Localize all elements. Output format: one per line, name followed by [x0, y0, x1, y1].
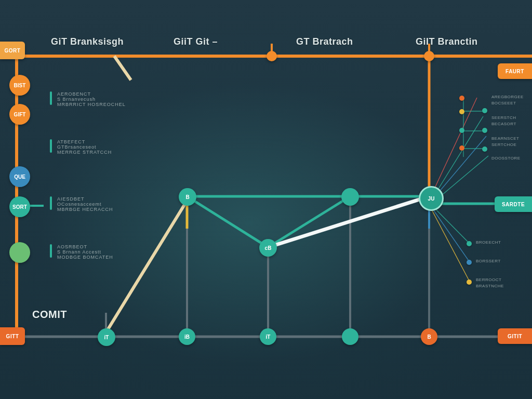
svg-line-17 [268, 196, 350, 247]
commit-bottom-0: iT [98, 328, 115, 346]
commit-bottom-3 [342, 328, 358, 345]
mini-label: AREGBORGEE [491, 95, 524, 99]
commit-node-b: cB [259, 239, 277, 257]
bottom-label: COMIT [32, 309, 67, 321]
mini-label: BERROOCT [476, 277, 501, 282]
side-pill-6: GITT [0, 327, 25, 345]
side-dot-2: GIFT [9, 104, 30, 125]
svg-line-28 [431, 209, 470, 283]
header-4: GiIT Branctin [416, 36, 478, 47]
mini-node [482, 147, 487, 152]
mini-label: BEARNSCET [491, 136, 519, 141]
header-node-3 [424, 51, 434, 61]
mini-node [467, 260, 472, 265]
mini-node [467, 280, 472, 285]
svg-line-27 [431, 207, 470, 263]
side-pill-0: GORT [0, 42, 25, 59]
side-dot-5 [9, 242, 30, 263]
mini-label: BECASORT [491, 122, 516, 126]
commit-bottom-1: iB [179, 328, 195, 345]
legend-row-1: ATBEFECTGTBrsanceseotMERRGE STRATCCH [50, 139, 112, 155]
svg-line-26 [431, 205, 470, 244]
header-3: GT Bratrach [296, 36, 353, 47]
mini-label: SEERSTCH [491, 115, 516, 120]
legend-row-2: AIESDBETOCosnesacceemtMBRBGE HECRACCH [50, 196, 113, 212]
svg-line-4 [114, 56, 131, 80]
header-1: GiT Branksisgh [51, 36, 124, 47]
header-2: GiiT Git – [174, 36, 218, 47]
mini-label: BRASTNCHE [476, 284, 504, 288]
svg-line-16 [187, 196, 268, 247]
commit-node-c [341, 188, 359, 206]
mini-label: BOCSEEET [491, 101, 516, 105]
mini-node [482, 128, 487, 133]
right-pill-3: GITIT [498, 328, 532, 344]
svg-line-22 [432, 98, 477, 193]
side-dot-1: BIST [9, 75, 30, 96]
svg-line-23 [434, 116, 483, 195]
mini-node [459, 96, 464, 101]
mini-node [459, 109, 464, 114]
side-dot-3: QUE [9, 166, 30, 187]
mini-label: SERTCHOE [491, 142, 516, 147]
commit-bottom-2: iT [260, 328, 276, 345]
mini-node [459, 145, 464, 151]
mini-node [482, 108, 487, 113]
svg-line-15 [106, 201, 187, 332]
mini-label: BROEECHT [476, 240, 501, 245]
mini-label: BORSSERT [476, 259, 501, 263]
header-node-2 [267, 51, 277, 61]
svg-line-25 [435, 156, 488, 201]
legend-row-3: AOSRBEOTS Brnann AccesttMODBGE BOMCATEH [50, 244, 113, 260]
commit-node-a: B [179, 188, 196, 206]
mini-node [459, 128, 464, 133]
commit-bottom-4: B [421, 328, 437, 345]
side-dot-4: SORT [9, 196, 30, 217]
commit-hub: JU [419, 186, 444, 211]
right-pill-1: FAURT [498, 63, 532, 79]
legend-row-0: AEROBENCTS BrnanvecushMRBRRICT HOSREOCHE… [50, 91, 126, 107]
right-pill-2: SARDTE [495, 196, 532, 212]
mini-label: DOOSSTORE [491, 156, 520, 161]
mini-node [467, 241, 472, 246]
